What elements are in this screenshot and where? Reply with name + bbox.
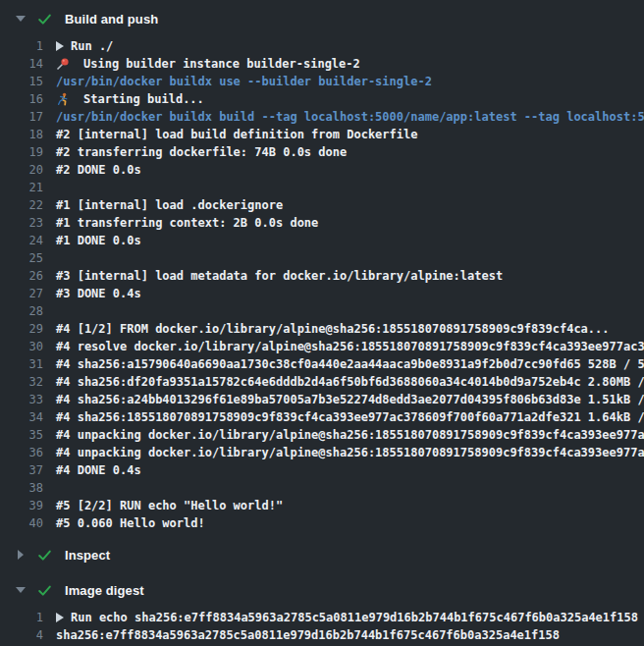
line-number[interactable]: 24 xyxy=(0,234,43,247)
line-number[interactable]: 30 xyxy=(0,340,43,353)
runner-icon xyxy=(56,92,83,106)
section-header-image-digest[interactable]: Image digest xyxy=(0,579,644,601)
log-text: #5 0.060 Hello world! xyxy=(56,516,205,530)
log-line: 29#4 [1/2] FROM docker.io/library/alpine… xyxy=(0,320,644,338)
log-line: 33#4 sha256:a24bb4013296f61e89ba57005a7b… xyxy=(0,391,644,408)
log-text: #2 [internal] load build definition from… xyxy=(56,128,417,141)
log-text: Starting build... xyxy=(83,92,204,106)
log-line: 38 xyxy=(0,479,644,497)
log-text: #4 sha256:df20fa9351a15782c64e6dddb2d4a6… xyxy=(56,375,644,389)
log-line: 22#1 [internal] load .dockerignore xyxy=(0,196,644,214)
line-number[interactable]: 36 xyxy=(0,446,43,459)
line-number[interactable]: 16 xyxy=(0,92,43,106)
check-success-icon xyxy=(37,12,53,27)
log-line: 30#4 resolve docker.io/library/alpine@sh… xyxy=(0,338,644,355)
log-line: 26#3 [internal] load metadata for docker… xyxy=(0,267,644,285)
log-line: 31#4 sha256:a15790640a6690aa1730c38cf0a4… xyxy=(0,355,644,373)
line-number[interactable]: 33 xyxy=(0,393,43,406)
log-text: Run ./ xyxy=(71,39,113,53)
log-line: 14Using builder instance builder-single-… xyxy=(0,55,644,73)
log-text: Using builder instance builder-single-2 xyxy=(83,57,360,71)
log-text: #5 [2/2] RUN echo "Hello world!" xyxy=(56,499,283,512)
log-text: #1 DONE 0.0s xyxy=(56,234,141,247)
line-number[interactable]: 25 xyxy=(0,251,43,265)
line-number[interactable]: 39 xyxy=(0,499,43,512)
check-success-icon xyxy=(37,548,53,563)
line-number[interactable]: 23 xyxy=(0,216,43,230)
log-text: sha256:e7ff8834a5963a2785c5a0811e979d16b… xyxy=(56,628,560,642)
line-number[interactable]: 28 xyxy=(0,304,43,318)
log-text: #2 DONE 0.0s xyxy=(56,163,141,177)
log-text: #4 sha256:a15790640a6690aa1730c38cf0a440… xyxy=(56,357,644,371)
line-number[interactable]: 37 xyxy=(0,463,43,477)
line-number[interactable]: 40 xyxy=(0,516,43,530)
section-image-digest: Image digest 1Run echo sha256:e7ff8834a5… xyxy=(0,579,644,644)
line-number[interactable]: 35 xyxy=(0,428,43,442)
line-number[interactable]: 26 xyxy=(0,269,43,283)
log-lines-build-and-push: 1Run ./14Using builder instance builder-… xyxy=(0,29,644,544)
line-number[interactable]: 15 xyxy=(0,75,43,88)
log-line: 21 xyxy=(0,179,644,196)
log-line: 32#4 sha256:df20fa9351a15782c64e6dddb2d4… xyxy=(0,373,644,391)
section-title: Image digest xyxy=(65,583,144,598)
log-line: 34#4 sha256:185518070891758909c9f839cf4c… xyxy=(0,408,644,426)
log-text: #3 [internal] load metadata for docker.i… xyxy=(56,269,503,283)
line-number[interactable]: 14 xyxy=(0,57,43,71)
log-lines-image-digest: 1Run echo sha256:e7ff8834a5963a2785c5a08… xyxy=(0,601,644,644)
log-line: 17/usr/bin/docker buildx build --tag loc… xyxy=(0,108,644,126)
log-line: 23#1 transferring context: 2B 0.0s done xyxy=(0,214,644,232)
chevron-down-icon[interactable] xyxy=(14,587,27,593)
line-number[interactable]: 34 xyxy=(0,410,43,424)
log-line: 25 xyxy=(0,249,644,267)
section-header-inspect[interactable]: Inspect xyxy=(0,544,644,565)
check-success-icon xyxy=(37,583,53,598)
log-line: 24#1 DONE 0.0s xyxy=(0,232,644,249)
line-number[interactable]: 20 xyxy=(0,163,43,177)
section-header-build-and-push[interactable]: Build and push xyxy=(0,8,644,29)
log-text: #1 transferring context: 2B 0.0s done xyxy=(56,216,318,230)
line-number[interactable]: 1 xyxy=(0,611,43,624)
line-number[interactable]: 31 xyxy=(0,357,43,371)
log-line: 39#5 [2/2] RUN echo "Hello world!" xyxy=(0,497,644,514)
log-text: /usr/bin/docker buildx use --builder bui… xyxy=(56,75,432,88)
section-title: Build and push xyxy=(65,12,158,27)
play-icon[interactable] xyxy=(56,41,71,51)
line-number[interactable]: 38 xyxy=(0,481,43,495)
log-text: #1 [internal] load .dockerignore xyxy=(56,198,283,212)
section-title: Inspect xyxy=(65,548,110,563)
log-text: #2 transferring dockerfile: 74B 0.0s don… xyxy=(56,145,347,159)
log-text: #4 unpacking docker.io/library/alpine@sh… xyxy=(56,428,644,442)
workflow-log-viewer: Build and push 1Run ./14Using builder in… xyxy=(0,0,644,644)
log-text: /usr/bin/docker buildx build --tag local… xyxy=(56,110,644,124)
pushpin-icon xyxy=(56,57,83,71)
log-line: 15/usr/bin/docker buildx use --builder b… xyxy=(0,73,644,90)
section-build-and-push: Build and push 1Run ./14Using builder in… xyxy=(0,8,644,544)
log-text: #4 resolve docker.io/library/alpine@sha2… xyxy=(56,340,644,353)
line-number[interactable]: 4 xyxy=(0,628,43,642)
line-number[interactable]: 32 xyxy=(0,375,43,389)
line-number[interactable]: 21 xyxy=(0,181,43,194)
log-line: 35#4 unpacking docker.io/library/alpine@… xyxy=(0,426,644,444)
log-line: 37#4 DONE 0.4s xyxy=(0,461,644,479)
log-line: 18#2 [internal] load build definition fr… xyxy=(0,126,644,143)
log-text: Run echo sha256:e7ff8834a5963a2785c5a081… xyxy=(71,611,638,624)
line-number[interactable]: 22 xyxy=(0,198,43,212)
line-number[interactable]: 18 xyxy=(0,128,43,141)
log-line: 40#5 0.060 Hello world! xyxy=(0,514,644,532)
log-line: 27#3 DONE 0.4s xyxy=(0,285,644,302)
chevron-right-icon[interactable] xyxy=(14,550,27,560)
line-number[interactable]: 17 xyxy=(0,110,43,124)
log-text: #4 sha256:185518070891758909c9f839cf4ca3… xyxy=(56,410,644,424)
log-line: 36#4 unpacking docker.io/library/alpine@… xyxy=(0,444,644,461)
line-number[interactable]: 29 xyxy=(0,322,43,336)
line-number[interactable]: 27 xyxy=(0,287,43,300)
chevron-down-icon[interactable] xyxy=(14,16,27,22)
line-number[interactable]: 19 xyxy=(0,145,43,159)
log-line: 19#2 transferring dockerfile: 74B 0.0s d… xyxy=(0,143,644,161)
log-line: 4sha256:e7ff8834a5963a2785c5a0811e979d16… xyxy=(0,626,644,644)
log-text: #4 sha256:a24bb4013296f61e89ba57005a7b3e… xyxy=(56,393,644,406)
log-text: #4 DONE 0.4s xyxy=(56,463,141,477)
line-number[interactable]: 1 xyxy=(0,39,43,53)
play-icon[interactable] xyxy=(56,613,71,622)
log-text: #3 DONE 0.4s xyxy=(56,287,141,300)
